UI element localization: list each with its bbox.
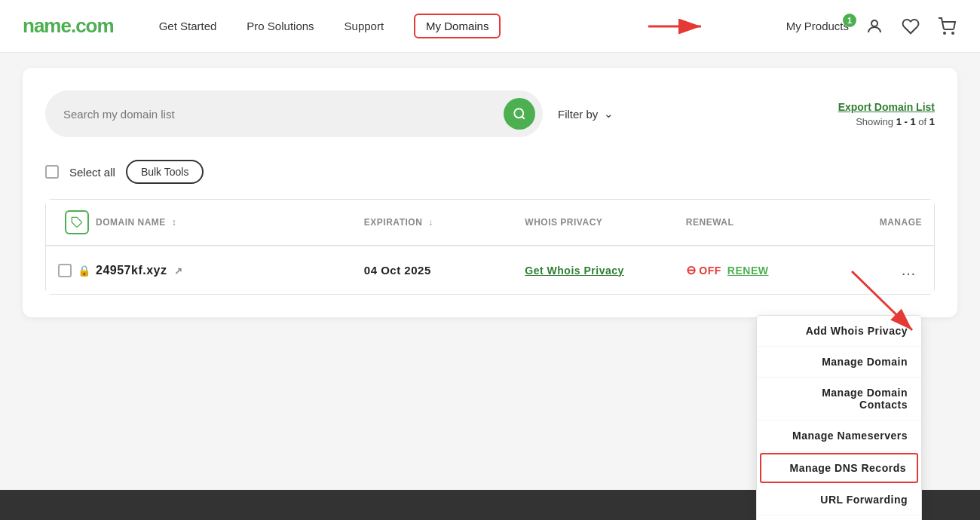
more-options-button[interactable]: … <box>895 258 922 282</box>
chevron-down-icon: ⌄ <box>604 107 614 121</box>
dropdown-renew-titan[interactable]: Renew Titan Email <box>757 515 921 520</box>
header: name.com Get Started Pro Solutions Suppo… <box>0 0 980 53</box>
svg-point-1 <box>944 32 945 34</box>
bulk-tools-button[interactable]: Bulk Tools <box>126 160 204 184</box>
dropdown-manage-contacts[interactable]: Manage Domain Contacts <box>757 378 921 421</box>
row-checkbox-cell: 🔒 <box>58 264 96 277</box>
svg-point-0 <box>871 20 877 26</box>
nav-pro-solutions[interactable]: Pro Solutions <box>247 20 314 32</box>
nav-my-products[interactable]: My Products 1 <box>786 20 849 32</box>
external-link-icon[interactable]: ↗ <box>174 265 183 277</box>
domain-name-cell: 24957kf.xyz ↗ <box>96 264 364 277</box>
bulk-row: Select all Bulk Tools <box>45 160 935 184</box>
lock-icon: 🔒 <box>78 265 90 277</box>
whois-cell: Get Whois Privacy <box>525 265 686 277</box>
logo-text: name.com <box>23 14 114 37</box>
main-content: Filter by ⌄ Export Domain List Showing 1… <box>0 53 980 520</box>
col-header-whois: WHOIS PRIVACY <box>525 217 686 228</box>
search-input[interactable] <box>63 108 504 121</box>
filter-button[interactable]: Filter by ⌄ <box>558 107 614 121</box>
renewal-cell: ⊖ OFF RENEW <box>686 263 815 277</box>
select-all-label[interactable]: Select all <box>69 166 115 179</box>
search-controls: Filter by ⌄ <box>45 90 614 137</box>
nav-right: My Products 1 <box>786 16 957 37</box>
manage-cell: … Add Whois Privacy Manage Domain Manage… <box>815 258 922 282</box>
col-header-renewal: RENEWAL <box>686 217 815 228</box>
showing-text: Showing 1 - 1 of 1 <box>838 116 935 127</box>
search-wrapper <box>45 90 543 137</box>
tag-icon[interactable] <box>65 210 89 234</box>
col-header-domain: DOMAIN NAME ↕ <box>96 217 364 228</box>
dropdown-manage-domain[interactable]: Manage Domain <box>757 347 921 378</box>
sort-icon[interactable]: ↕ <box>172 217 177 228</box>
table-row: 🔒 24957kf.xyz ↗ 04 Oct 2025 Get Whois Pr… <box>46 246 934 294</box>
col-header-expiration: EXPIRATION ↓ <box>364 217 525 228</box>
svg-point-3 <box>514 109 523 118</box>
select-all-checkbox[interactable] <box>45 165 59 179</box>
whois-link[interactable]: Get Whois Privacy <box>525 265 623 277</box>
logo[interactable]: name.com <box>23 14 114 38</box>
showing-range: 1 - 1 <box>896 116 916 127</box>
domain-table: DOMAIN NAME ↕ EXPIRATION ↓ WHOIS PRIVACY… <box>45 199 935 295</box>
row-checkbox[interactable] <box>58 264 72 277</box>
content-card: Filter by ⌄ Export Domain List Showing 1… <box>23 68 957 317</box>
dropdown-url-forwarding[interactable]: URL Forwarding <box>757 485 921 515</box>
main-nav: Get Started Pro Solutions Support My Dom… <box>159 14 786 38</box>
nav-get-started[interactable]: Get Started <box>159 20 217 32</box>
expiry-date: 04 Oct 2025 <box>364 264 431 277</box>
wishlist-icon[interactable] <box>900 16 921 37</box>
svg-line-4 <box>522 116 524 118</box>
showing-total: 1 <box>929 116 935 127</box>
renew-link[interactable]: RENEW <box>727 265 769 277</box>
user-icon[interactable] <box>864 16 885 37</box>
notification-badge: 1 <box>843 14 856 27</box>
search-button[interactable] <box>504 98 535 130</box>
search-row: Filter by ⌄ Export Domain List Showing 1… <box>45 90 935 137</box>
table-header: DOMAIN NAME ↕ EXPIRATION ↓ WHOIS PRIVACY… <box>46 200 934 246</box>
nav-my-domains[interactable]: My Domains <box>414 14 501 38</box>
dropdown-manage-nameservers[interactable]: Manage Nameservers <box>757 421 921 451</box>
nav-support[interactable]: Support <box>345 20 384 32</box>
dropdown-manage-dns[interactable]: Manage DNS Records <box>760 453 918 483</box>
col-header-manage: MANAGE <box>815 217 922 228</box>
export-domain-list-link[interactable]: Export Domain List <box>838 101 935 113</box>
svg-point-2 <box>952 32 954 34</box>
expiry-sort-icon[interactable]: ↓ <box>428 217 433 228</box>
dropdown-menu: Add Whois Privacy Manage Domain Manage D… <box>756 315 922 520</box>
cart-icon[interactable] <box>936 16 957 37</box>
domain-name-text[interactable]: 24957kf.xyz <box>96 264 167 277</box>
export-area: Export Domain List Showing 1 - 1 of 1 <box>838 101 935 127</box>
dropdown-add-whois[interactable]: Add Whois Privacy <box>757 316 921 347</box>
renewal-off-badge: ⊖ OFF <box>686 263 721 277</box>
expiry-cell: 04 Oct 2025 <box>364 264 525 277</box>
